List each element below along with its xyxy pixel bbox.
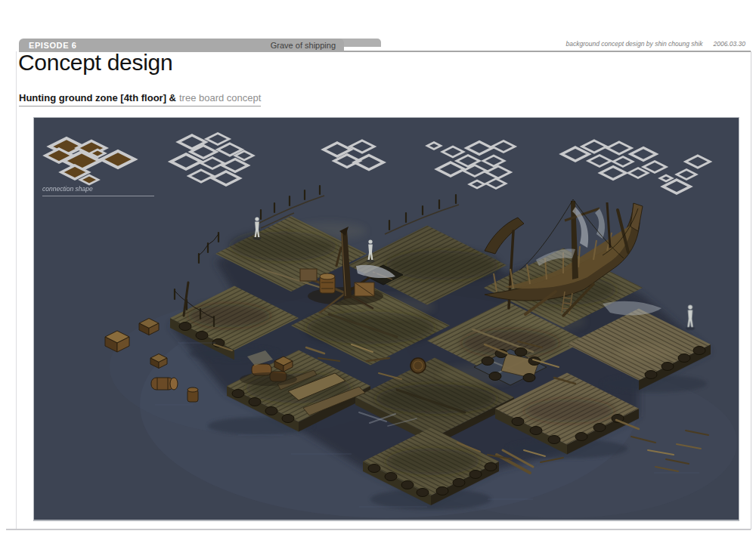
connection-shape-variant-3 <box>324 140 383 170</box>
page-title: Concept design <box>18 50 172 76</box>
connection-shape-label-text: connection shape <box>42 185 93 193</box>
page-border-right <box>751 51 751 529</box>
concept-board: connection shape <box>33 117 739 520</box>
page-bottom-rule <box>6 529 751 530</box>
connection-shape-variant-4 <box>427 141 515 189</box>
page-border-left <box>16 51 17 529</box>
subtitle-primary: Hunting ground zone [4th floor] & <box>19 92 176 103</box>
panel-shadow <box>33 520 739 521</box>
connection-shape-variant-5 <box>562 140 710 193</box>
connection-shape-label: connection shape <box>42 185 154 196</box>
subtitle: Hunting ground zone [4th floor] &tree bo… <box>19 92 261 106</box>
credit-date: 2006.03.30 <box>713 40 745 48</box>
concept-sheet-page: EPISODE 6 Grave of shipping background c… <box>0 0 756 534</box>
subtitle-secondary: tree board concept <box>179 92 261 103</box>
connection-shape-filled <box>45 138 135 184</box>
episode-bar: EPISODE 6 Grave of shipping <box>19 39 344 52</box>
episode-label: EPISODE 6 <box>29 41 76 50</box>
credit-line: background concept design by shin choung… <box>378 40 745 48</box>
connection-shape-variant-2 <box>171 134 253 186</box>
section-title: Grave of shipping <box>271 41 336 50</box>
connection-patterns <box>34 118 739 520</box>
credit-text: background concept design by shin choung… <box>565 40 702 48</box>
